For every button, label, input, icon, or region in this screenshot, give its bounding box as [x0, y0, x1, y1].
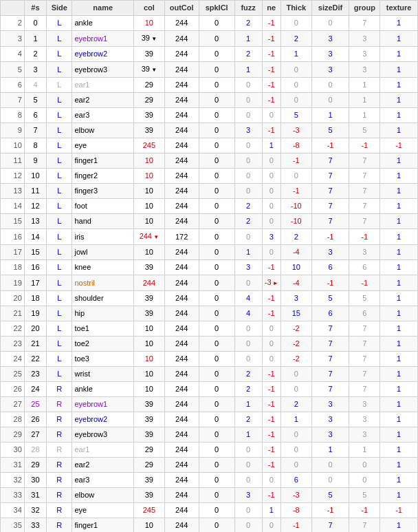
header-name[interactable]: name [72, 1, 134, 16]
cell-thick: 2 [280, 397, 311, 412]
cell-texture: 1 [380, 62, 418, 78]
cell-spklci: 0 [199, 382, 234, 397]
cell-group: 1 [349, 78, 380, 93]
table-row[interactable]: 1210Lfinger2102440000771 [1, 169, 418, 184]
header-thick[interactable]: Thick [280, 1, 311, 16]
cell-ne: -1 [262, 412, 280, 427]
cell-side: R [47, 458, 72, 473]
table-row[interactable]: 3028Rear12924400-10111 [1, 443, 418, 458]
table-row[interactable]: 97Lelbow3924403-1-3551 [1, 123, 418, 138]
cell-spklci: 0 [199, 321, 234, 337]
cell-outcol: 244 [164, 245, 199, 260]
cell-fuzz: 4 [234, 291, 262, 306]
cell-outcol: 244 [164, 306, 199, 321]
table-row[interactable]: 1412Lfoot10244020-10771 [1, 199, 418, 214]
cell-side: L [47, 78, 72, 93]
table-row[interactable]: 2826Reyebrow23924402-11331 [1, 412, 418, 427]
cell-ne: -1 [262, 123, 280, 138]
cell-ne: 0 [262, 473, 280, 488]
cell-s: 17 [24, 275, 46, 291]
cell-name: ear1 [72, 78, 134, 93]
cell-side: L [47, 93, 72, 108]
cell-outcol: 244 [164, 488, 199, 503]
table-row[interactable]: 1311Lfinger310244000-1771 [1, 184, 418, 199]
cell-fuzz: 0 [234, 93, 262, 108]
table-row[interactable]: 20Lankle1024402-10071 [1, 16, 418, 31]
cell-rownum: 21 [1, 306, 25, 321]
header-sizedif[interactable]: sizeDif [311, 1, 349, 16]
table-row[interactable]: 3230Rear3392440006001 [1, 473, 418, 488]
header-col[interactable]: col [134, 1, 165, 16]
table-row[interactable]: 108Leye245244001-8-1-1-1 [1, 138, 418, 153]
table-row[interactable]: 31Leyebrow139 ▼24401-12331 [1, 31, 418, 47]
cell-group: 3 [349, 427, 380, 443]
table-row[interactable]: 1614Liris244 ▼1720032-1-11 [1, 229, 418, 245]
table-row[interactable]: 42Leyebrow23924402-11331 [1, 47, 418, 62]
cell-texture: 1 [380, 16, 418, 31]
table-row[interactable]: 86Lear3392440005111 [1, 108, 418, 123]
cell-name: nostril [72, 275, 134, 291]
table-row[interactable]: 1816Lknee3924403-110661 [1, 260, 418, 275]
cell-rownum: 25 [1, 367, 25, 382]
cell-rownum: 33 [1, 488, 25, 503]
table-row[interactable]: 119Lfinger110244000-1771 [1, 153, 418, 169]
cell-name: finger3 [72, 184, 134, 199]
table-row[interactable]: 2321Ltoe210244000-2771 [1, 337, 418, 352]
cell-name: jowl [72, 245, 134, 260]
cell-sizedif: 6 [311, 306, 349, 321]
header-s[interactable]: #s [24, 1, 46, 16]
header-side[interactable]: Side [47, 1, 72, 16]
table-row[interactable]: 2018Lshoulder3924404-13551 [1, 291, 418, 306]
table-row[interactable]: 2927Reyebrow33924401-10331 [1, 427, 418, 443]
cell-outcol: 244 [164, 123, 199, 138]
cell-col: 39 [134, 291, 165, 306]
header-fuzz[interactable]: fuzz [234, 1, 262, 16]
table-row[interactable]: 2725Reyebrow13924401-12331 [1, 397, 418, 412]
cell-sizedif: 7 [311, 518, 349, 533]
cell-spklci: 0 [199, 47, 234, 62]
cell-rownum: 3 [1, 31, 25, 47]
table-row[interactable]: 2220Ltoe110244000-2771 [1, 321, 418, 337]
table-row[interactable]: 2523Lwrist1024402-10771 [1, 367, 418, 382]
cell-col: 244 ▼ [134, 229, 165, 245]
header-ne[interactable]: ne [262, 1, 280, 16]
table-row[interactable]: 2422Ltoe310244000-2771 [1, 352, 418, 367]
cell-spklci: 0 [199, 412, 234, 427]
header-outcol[interactable]: outCol [164, 1, 199, 16]
cell-side: L [47, 199, 72, 214]
cell-col: 10 [134, 214, 165, 229]
header-spklci[interactable]: spkICl [199, 1, 234, 16]
cell-group: -1 [349, 229, 380, 245]
table-row[interactable]: 64Lear12924400-10011 [1, 78, 418, 93]
table-row[interactable]: 3432Reye245244001-8-1-1-1 [1, 503, 418, 518]
cell-col: 39 ▼ [134, 31, 165, 47]
cell-name: eyebrow3 [72, 427, 134, 443]
table-row[interactable]: 75Lear22924400-10011 [1, 93, 418, 108]
table-row[interactable]: 2119Lhip3924404-115661 [1, 306, 418, 321]
table-row[interactable]: 3129Rear22924400-10001 [1, 458, 418, 473]
table-row[interactable]: 3533Rfinger110244000-1771 [1, 518, 418, 533]
cell-side: L [47, 229, 72, 245]
cell-ne: 0 [262, 184, 280, 199]
table-row[interactable]: 3331Relbow3924403-1-3551 [1, 488, 418, 503]
cell-texture: 1 [380, 153, 418, 169]
cell-name: eye [72, 138, 134, 153]
cell-col: 39 [134, 473, 165, 488]
cell-thick: 10 [280, 260, 311, 275]
cell-outcol: 244 [164, 518, 199, 533]
cell-col: 39 ▼ [134, 62, 165, 78]
table-row[interactable]: 1917Lnostril24424400-3 ►-4-1-11 [1, 275, 418, 291]
table-row[interactable]: 1513Lhand10244020-10771 [1, 214, 418, 229]
cell-side: L [47, 184, 72, 199]
cell-thick: -3 [280, 123, 311, 138]
cell-spklci: 0 [199, 473, 234, 488]
header-texture[interactable]: texture [380, 1, 418, 16]
cell-sizedif: 7 [311, 153, 349, 169]
cell-texture: 1 [380, 518, 418, 533]
cell-side: L [47, 291, 72, 306]
header-group[interactable]: group [349, 1, 380, 16]
table-row[interactable]: 1715Ljowl10244010-4331 [1, 245, 418, 260]
table-row[interactable]: 2624Rankle1024402-10771 [1, 382, 418, 397]
table-row[interactable]: 53Leyebrow339 ▼24401-10331 [1, 62, 418, 78]
cell-texture: 1 [380, 199, 418, 214]
